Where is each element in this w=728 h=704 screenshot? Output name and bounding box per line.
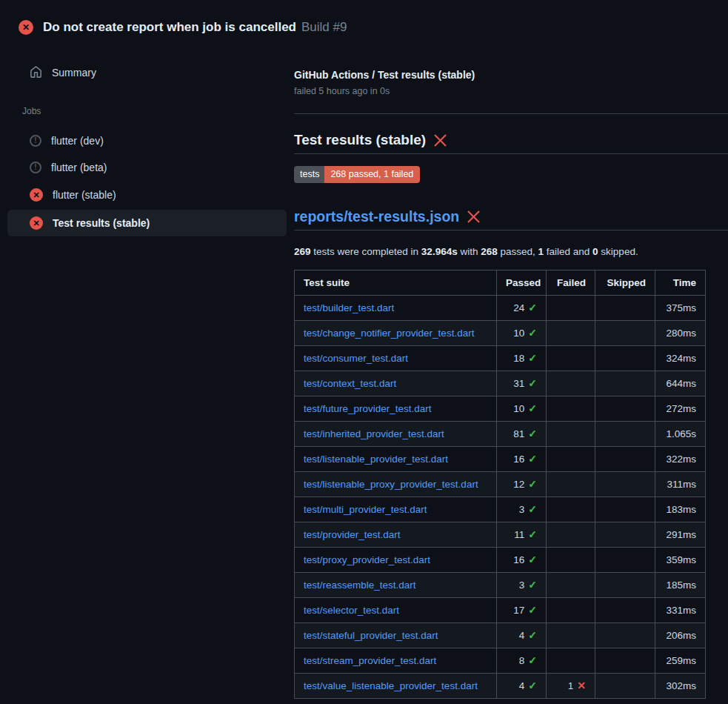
test-suite-cell: test/listenable_proxy_provider_test.dart [295,471,497,497]
passed-cell: 8✓ [497,648,547,673]
table-row: test/builder_test.dart 24✓ 375ms [295,295,706,320]
time-cell: 259ms [655,648,706,673]
test-suite-link[interactable]: test/listenable_provider_test.dart [304,454,448,465]
sidebar-item-flutter-beta[interactable]: ! flutter (beta) [7,155,287,180]
test-suite-cell: test/selector_test.dart [295,597,497,622]
table-row: test/selector_test.dart 17✓ 331ms [295,597,706,622]
column-header-test-suite: Test suite [295,270,497,295]
sidebar-item-test-results-stable[interactable]: ✕ Test results (stable) [7,210,287,236]
table-row: test/proxy_provider_test.dart 16✓ 359ms [295,547,706,572]
failed-cell [547,622,595,648]
skipped-cell [595,446,655,471]
test-suite-link[interactable]: test/multi_provider_test.dart [304,504,427,515]
passed-cell: 10✓ [497,320,547,345]
test-results-table-body: test/builder_test.dart 24✓ 375ms test/ch… [295,295,706,698]
test-suite-link[interactable]: test/provider_test.dart [304,529,401,540]
check-icon: ✓ [528,654,537,666]
skipped-cell [595,320,655,345]
cross-icon: ✕ [577,680,586,691]
test-suite-link[interactable]: test/stream_provider_test.dart [304,655,436,666]
failed-cell [547,522,595,547]
badge-value: 268 passed, 1 failed [324,166,420,183]
time-cell: 183ms [655,497,706,522]
check-icon: ✓ [528,554,537,565]
report-file-link[interactable]: reports/test-results.json [294,208,459,225]
test-suite-cell: test/builder_test.dart [295,295,497,320]
badge-label: tests [294,166,324,183]
workflow-run-header: ✕ Do not create report when job is cance… [0,0,728,41]
test-suite-link[interactable]: test/value_listenable_provider_test.dart [304,680,478,691]
test-suite-link[interactable]: test/reassemble_test.dart [304,580,416,591]
test-suite-link[interactable]: test/consumer_test.dart [304,353,408,364]
table-row: test/value_listenable_provider_test.dart… [295,673,706,698]
time-cell: 375ms [655,295,706,320]
test-suite-cell: test/consumer_test.dart [295,345,497,371]
skipped-cell [595,648,655,673]
test-suite-cell: test/reassemble_test.dart [295,572,497,597]
test-suite-link[interactable]: test/proxy_provider_test.dart [304,554,430,565]
test-suite-link[interactable]: test/listenable_proxy_provider_test.dart [304,479,478,490]
time-cell: 185ms [655,572,706,597]
check-icon: ✓ [528,377,537,389]
test-suite-cell: test/context_test.dart [295,371,497,396]
tests-badge: tests 268 passed, 1 failed [294,166,420,183]
passed-cell: 3✓ [497,497,547,522]
divider [294,230,728,230]
x-circle-fill-icon: ✕ [30,188,43,202]
column-header-skipped: Skipped [595,270,655,295]
job-label: Test results (stable) [53,217,150,229]
column-header-failed: Failed [547,270,595,295]
passed-cell: 4✓ [497,673,547,698]
job-label: flutter (dev) [51,135,104,147]
table-row: test/listenable_provider_test.dart 16✓ 3… [295,446,706,471]
skipped-cell [595,572,655,597]
table-row: test/reassemble_test.dart 3✓ 185ms [295,572,706,597]
divider [294,153,728,154]
test-suite-link[interactable]: test/future_provider_test.dart [304,403,432,414]
sidebar-item-flutter-dev[interactable]: ! flutter (dev) [7,128,287,153]
check-icon: ✓ [528,604,537,616]
test-suite-link[interactable]: test/inherited_provider_test.dart [304,428,444,439]
time-cell: 280ms [655,320,706,345]
test-suite-cell: test/future_provider_test.dart [295,396,497,421]
test-suite-link[interactable]: test/builder_test.dart [304,302,394,313]
test-suite-cell: test/value_listenable_provider_test.dart [295,673,497,698]
failed-x-icon [467,210,481,224]
check-icon: ✓ [528,478,537,490]
table-row: test/provider_test.dart 11✓ 291ms [295,522,706,547]
test-results-table: Test suite Passed Failed Skipped Time te… [294,270,706,699]
x-circle-fill-icon: ✕ [30,216,43,230]
home-icon [30,66,42,79]
job-label: flutter (beta) [51,162,107,173]
time-cell: 206ms [655,622,706,648]
sidebar: Summary Jobs ! flutter (dev) ! flutter (… [0,41,294,238]
failed-cell [547,345,595,371]
test-suite-link[interactable]: test/change_notifier_provider_test.dart [304,328,474,339]
time-cell: 331ms [655,597,706,622]
table-header-row: Test suite Passed Failed Skipped Time [295,270,706,295]
time-cell: 1.065s [655,421,706,446]
sidebar-item-flutter-stable[interactable]: ✕ flutter (stable) [7,182,287,208]
test-suite-cell: test/listenable_provider_test.dart [295,446,497,471]
check-icon: ✓ [528,528,537,540]
table-row: test/multi_provider_test.dart 3✓ 183ms [295,497,706,522]
skipped-cell [595,295,655,320]
check-icon: ✓ [528,428,537,439]
time-cell: 644ms [655,371,706,396]
main-content: GitHub Actions / Test results (stable) f… [294,41,728,699]
breadcrumb: GitHub Actions / Test results (stable) [294,69,728,81]
sidebar-item-summary[interactable]: Summary [7,59,287,85]
skipped-cell [595,622,655,648]
test-suite-link[interactable]: test/context_test.dart [304,378,396,389]
time-cell: 359ms [655,547,706,572]
test-suite-link[interactable]: test/selector_test.dart [304,605,399,616]
test-suite-link[interactable]: test/stateful_provider_test.dart [304,630,438,641]
passed-cell: 31✓ [497,371,547,396]
passed-cell: 3✓ [497,572,547,597]
passed-cell: 16✓ [497,547,547,572]
passed-cell: 16✓ [497,446,547,471]
failed-cell [547,572,595,597]
jobs-section-label: Jobs [0,87,294,127]
build-number: Build #9 [301,20,347,35]
test-suite-cell: test/stateful_provider_test.dart [295,622,497,648]
